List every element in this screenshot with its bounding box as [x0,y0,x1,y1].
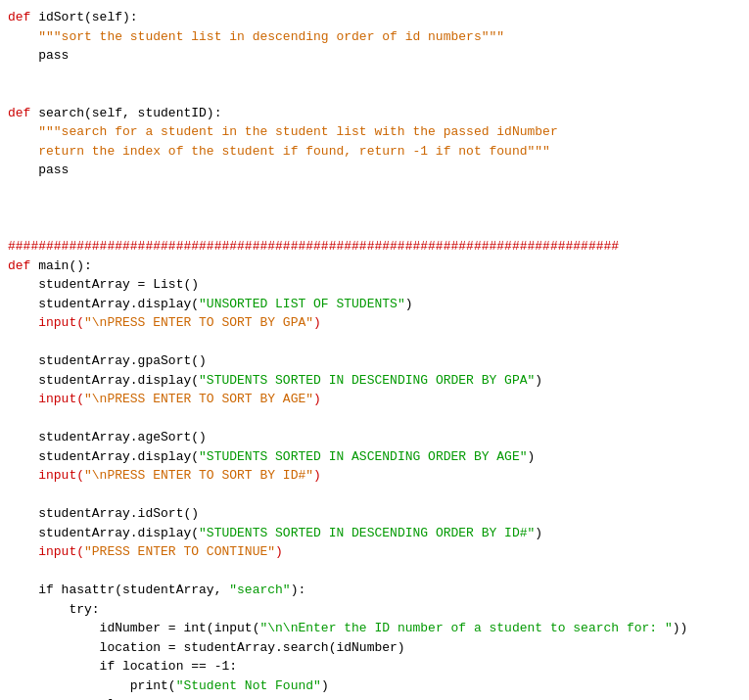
code-token: studentArray.display( [8,371,199,391]
code-token: pass [8,46,69,66]
code-token: studentArray.display( [8,447,199,467]
code-line: studentArray.idSort() [0,504,749,524]
code-line: studentArray.display("STUDENTS SORTED IN… [0,524,749,543]
code-token: try: [8,600,100,620]
code-token: if hasattr(studentArray, [8,581,229,600]
code-token: ) [535,524,542,543]
code-token: studentArray = List() [8,275,199,295]
code-line: """sort the student list in descending o… [0,27,749,47]
code-line: studentArray.display("STUDENTS SORTED IN… [0,447,749,467]
code-token: ) [313,390,321,409]
code-token: main(): [30,257,91,276]
code-line: studentArray.display("UNSORTED LIST OF S… [0,295,749,314]
code-token: studentArray.gpaSort() [8,351,207,371]
code-line: def search(self, studentID): [0,104,749,123]
code-line: if hasattr(studentArray, "search"): [0,581,749,600]
code-line: studentArray = List() [0,275,749,295]
code-line: input("\nPRESS ENTER TO SORT BY AGE") [0,390,749,409]
code-token: "\nPRESS ENTER TO SORT BY ID#" [84,466,313,486]
code-token: search(self, studentID): [30,104,221,123]
code-token: print( [8,677,176,696]
code-token: "Student Not Found" [176,677,321,696]
blank-line [0,486,749,505]
blank-line [0,218,749,238]
code-line: pass [0,161,749,180]
blank-line [0,199,749,218]
code-token: location = studentArray.search(idNumber) [8,638,405,658]
code-token: return the index of the student if found… [8,142,550,162]
code-token: def [8,257,30,276]
code-line: def idSort(self): [0,8,749,27]
code-line: input("\nPRESS ENTER TO SORT BY ID#") [0,466,749,486]
code-token: input( [8,542,84,562]
code-line: try: [0,600,749,620]
blank-line [0,66,749,85]
code-token: studentArray.ageSort() [8,428,207,447]
code-line: print("Student Not Found") [0,677,749,696]
code-line: input("\nPRESS ENTER TO SORT BY GPA") [0,313,749,333]
code-token: input( [8,466,84,486]
code-line: if location == -1: [0,657,749,677]
code-line: studentArray.display("STUDENTS SORTED IN… [0,371,749,391]
code-token: "STUDENTS SORTED IN DESCENDING ORDER BY … [199,371,535,391]
code-token: pass [8,161,69,180]
code-token: "\nPRESS ENTER TO SORT BY GPA" [84,313,313,333]
code-token: "PRESS ENTER TO CONTINUE" [84,542,275,562]
blank-line [0,562,749,582]
blank-line [0,84,749,104]
code-token: studentArray.display( [8,524,199,543]
code-line: else: [0,695,749,700]
code-token: def [8,104,30,123]
code-token: ) [313,466,321,486]
code-line: studentArray.gpaSort() [0,351,749,371]
code-token: ) [275,542,283,562]
blank-line [0,409,749,429]
code-token: input( [8,313,84,333]
code-token: )) [673,619,688,638]
code-line: idNumber = int(input("\n\nEnter the ID n… [0,619,749,638]
code-token: """search for a student in the student l… [8,122,558,142]
blank-line [0,333,749,352]
code-token: ) [321,677,329,696]
code-token: "STUDENTS SORTED IN DESCENDING ORDER BY … [199,524,535,543]
code-token: studentArray.idSort() [8,504,199,524]
code-token: ) [313,313,321,333]
code-line: def main(): [0,257,749,276]
code-line: location = studentArray.search(idNumber) [0,638,749,658]
code-line: return the index of the student if found… [0,142,749,162]
code-line: pass [0,46,749,66]
separator-line: ########################################… [0,237,749,257]
code-line: input("PRESS ENTER TO CONTINUE") [0,542,749,562]
code-token: "\n\nEnter the ID number of a student to… [259,619,672,638]
code-line: """search for a student in the student l… [0,122,749,142]
code-editor: def idSort(self): """sort the student li… [0,0,749,700]
code-token: input( [8,390,84,409]
blank-line [0,180,749,200]
code-token: idSort(self): [30,8,137,27]
code-token: studentArray.display( [8,295,199,314]
code-token: if location == -1: [8,657,237,677]
code-token: "search" [229,581,290,600]
code-token: """sort the student list in descending o… [8,27,504,47]
code-token: idNumber = int(input( [8,619,259,638]
code-token: "STUDENTS SORTED IN ASCENDING ORDER BY A… [199,447,527,467]
code-token: else: [8,695,138,700]
code-token: def [8,8,30,27]
code-token: ) [535,371,542,391]
code-token: ) [528,447,536,467]
code-token: "UNSORTED LIST OF STUDENTS" [199,295,405,314]
code-line: studentArray.ageSort() [0,428,749,447]
code-token: ) [405,295,413,314]
code-token: ): [291,581,306,600]
code-token: "\nPRESS ENTER TO SORT BY AGE" [84,390,313,409]
